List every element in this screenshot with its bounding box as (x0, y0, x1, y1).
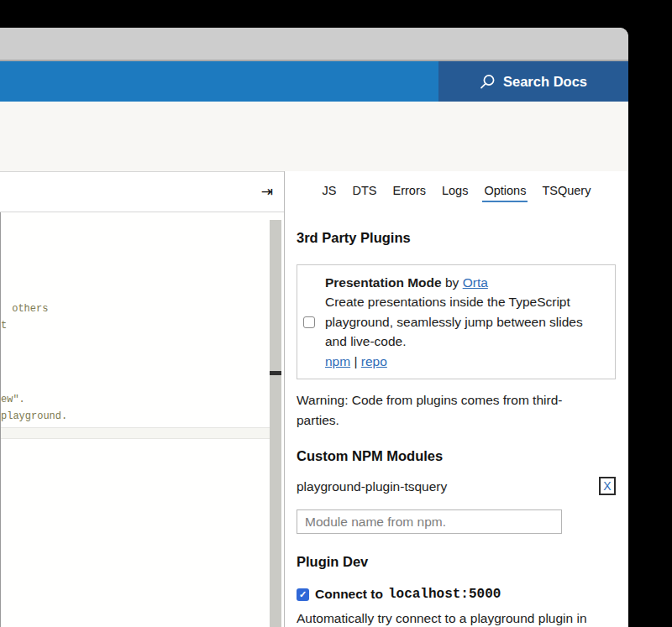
search-docs-label: Search Docs (503, 74, 587, 90)
plugin-card-text: Presentation Mode by Orta Create present… (325, 273, 583, 372)
editor-scrollbar[interactable] (270, 220, 281, 627)
plugin-description-line: and live-code. (325, 332, 583, 352)
tab-js[interactable]: JS (321, 183, 339, 202)
connect-label: Connect to (315, 587, 383, 602)
window-titlebar (0, 28, 628, 61)
browser-window: Search Docs ⇥ others t ew". playground. (0, 28, 628, 627)
editor-pane: ⇥ others t ew". playground. (0, 171, 284, 627)
tab-errors[interactable]: Errors (391, 183, 427, 202)
plugin-title: Presentation Mode (325, 275, 442, 290)
code-fragment: others (6, 303, 48, 315)
tab-tsquery[interactable]: TSQuery (540, 183, 592, 202)
plugin-npm-link[interactable]: npm (325, 354, 350, 368)
dev-desc-line: Automatically try connect to a playgroun… (297, 609, 587, 627)
custom-npm-modules-heading: Custom NPM Modules (297, 448, 443, 464)
search-docs-button[interactable]: Search Docs (438, 61, 628, 102)
plugin-title-line: Presentation Mode by Orta (325, 273, 583, 293)
plugin-by-label: by (445, 275, 459, 290)
tab-logs[interactable]: Logs (440, 183, 470, 202)
screen: Search Docs ⇥ others t ew". playground. (0, 0, 672, 627)
playground-sidebar: JS DTS Errors Logs Options TSQuery 3rd P… (284, 171, 628, 627)
connect-localhost-checkbox[interactable]: ✓ (297, 588, 309, 601)
module-name-input[interactable] (297, 509, 562, 534)
plugin-dev-heading: Plugin Dev (297, 554, 368, 570)
code-fragment: ew". (1, 394, 25, 405)
plugin-links-line: npm | repo (325, 352, 583, 372)
plugin-link-separator: | (354, 354, 357, 368)
code-fragment: t (1, 320, 7, 332)
plugins-warning-text: Warning: Code from plugins comes from th… (297, 390, 562, 431)
page-body: ⇥ others t ew". playground. JS DTS (0, 131, 628, 627)
current-line-highlight (1, 427, 270, 439)
warning-line: Warning: Code from plugins comes from th… (297, 390, 562, 410)
sidebar-tabs: JS DTS Errors Logs Options TSQuery (285, 183, 628, 202)
tab-dts[interactable]: DTS (350, 183, 378, 202)
custom-module-name: playground-plugin-tsquery (297, 479, 447, 494)
search-icon (480, 74, 496, 90)
connect-host: localhost:5000 (388, 587, 501, 602)
plugin-author-link[interactable]: Orta (463, 275, 488, 290)
scrollbar-cursor-mark (270, 371, 281, 375)
plugin-card: Presentation Mode by Orta Create present… (297, 264, 616, 379)
third-party-plugins-heading: 3rd Party Plugins (297, 230, 411, 246)
plugin-description-line: Create presentations inside the TypeScri… (325, 292, 583, 312)
dock-sidebar-icon[interactable]: ⇥ (261, 185, 273, 199)
remove-module-button[interactable]: X (599, 477, 616, 495)
warning-line: parties. (297, 410, 562, 431)
tab-options[interactable]: Options (482, 183, 528, 202)
plugin-description-line: playground, seamlessly jump between slid… (325, 312, 583, 332)
site-header: Search Docs (0, 61, 628, 102)
plugin-dev-description: Automatically try connect to a playgroun… (297, 609, 587, 627)
plugin-enable-checkbox[interactable] (303, 316, 315, 328)
code-fragment: playground. (1, 410, 67, 422)
plugin-repo-link[interactable]: repo (361, 354, 387, 368)
editor-toolbar: ⇥ (0, 171, 284, 212)
connect-localhost-row: ✓ Connect to localhost:5000 (297, 587, 501, 602)
code-editor[interactable]: others t ew". playground. (0, 212, 284, 627)
